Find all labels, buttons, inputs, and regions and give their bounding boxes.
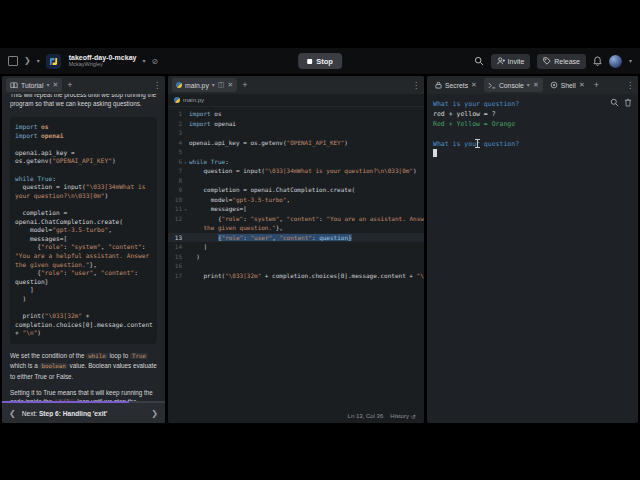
fold-gutter xyxy=(182,261,189,271)
tutorial-code-line: model="gpt-3.5-turbo", xyxy=(15,226,152,235)
editor-pane: main.py ▾ ◫ ✕ + ⋮ main.py 1import os2imp… xyxy=(168,76,424,423)
next-prefix: Next: xyxy=(22,410,39,417)
search-icon[interactable] xyxy=(610,98,619,107)
tab-tutorial-label: Tutorial xyxy=(21,82,43,89)
close-icon[interactable]: ✕ xyxy=(579,81,585,89)
visibility-icon[interactable]: ⊘ xyxy=(151,57,158,66)
editor-code-line: 12 {"role": "system", "content": "You ar… xyxy=(168,214,424,224)
tutorial-content[interactable]: This will repeat the process until we st… xyxy=(2,94,165,401)
tutorial-intro-clip: This will repeat the process until we st… xyxy=(10,94,157,111)
fold-gutter xyxy=(182,214,189,224)
prev-step-button[interactable]: ❮ xyxy=(9,409,16,418)
tutorial-step-nav: ❮ Next: Step 6: Handling 'exit' ❯ xyxy=(2,403,165,423)
release-button[interactable]: Release xyxy=(537,54,586,69)
lock-icon xyxy=(435,81,442,89)
tutorial-code-line xyxy=(15,140,152,149)
repl-avatar[interactable] xyxy=(46,54,61,69)
console-line xyxy=(433,129,632,139)
bell-icon[interactable] xyxy=(593,56,602,66)
editor-code-line: 7 question = input("\033[34mWhat is your… xyxy=(168,166,424,176)
fold-icon[interactable]: ⌄ xyxy=(182,157,189,167)
split-icon[interactable]: ◫ xyxy=(218,81,225,89)
trash-icon[interactable] xyxy=(624,98,632,107)
fold-gutter xyxy=(182,242,189,252)
tutorial-code-line: question} xyxy=(15,278,152,287)
tutorial-code-line xyxy=(15,166,152,175)
next-step-button[interactable]: ❯ xyxy=(151,409,158,418)
editor-code-line: 5 xyxy=(168,147,424,157)
tutorial-code-line: question = input("\033[34mWhat is xyxy=(15,183,152,192)
inline-code-chip: while xyxy=(54,399,75,401)
tab-main-py[interactable]: main.py ▾ ◫ ✕ xyxy=(172,78,237,92)
tutorial-code-line xyxy=(15,303,152,312)
tutorial-code-line: ) xyxy=(15,295,152,304)
tutorial-code-line: import os xyxy=(15,123,152,132)
fold-gutter xyxy=(182,185,189,195)
tab-shell[interactable]: Shell ✕ xyxy=(546,78,589,92)
fold-gutter xyxy=(182,128,189,138)
chevron-down-icon[interactable]: ▾ xyxy=(212,82,215,88)
chevron-down-icon[interactable]: ▾ xyxy=(527,82,530,88)
chevron-down-icon[interactable]: ▾ xyxy=(629,58,632,64)
editor-code-line: 2import openai xyxy=(168,119,424,129)
invite-person-icon xyxy=(497,57,505,65)
editor-code-line: 13 {"role": "user", "content": question} xyxy=(168,233,424,243)
tutorial-code-line: import openai xyxy=(15,132,152,141)
window-icon[interactable] xyxy=(8,56,18,66)
tutorial-code-line: while True: xyxy=(15,175,152,184)
tab-console[interactable]: Console ▾ ✕ xyxy=(484,78,543,92)
console-line: What is your question? xyxy=(433,139,632,149)
tutorial-pane: Tutorial ▾ ✕ + ⋮ This will repeat the pr… xyxy=(2,76,165,423)
console-line: What is your question? xyxy=(433,99,632,109)
repl-title[interactable]: takeoff-day-0-mckay MckayWrigley xyxy=(69,54,137,68)
tutorial-paragraph-2: Setting it to True means that it will ke… xyxy=(10,388,157,401)
tutorial-code-line: completion.choices[0].message.content xyxy=(15,321,152,330)
python-icon xyxy=(176,82,182,88)
stop-button[interactable]: Stop xyxy=(298,53,342,69)
close-icon[interactable]: ✕ xyxy=(52,81,58,89)
editor-tabbar: main.py ▾ ◫ ✕ + ⋮ xyxy=(168,76,424,94)
console-line xyxy=(433,149,632,159)
text-cursor xyxy=(475,139,480,148)
chevron-down-icon[interactable]: ▾ xyxy=(142,58,145,64)
console-pane: Secrets ✕ Console ▾ ✕ xyxy=(427,76,638,423)
plus-icon[interactable]: + xyxy=(242,80,247,90)
stop-icon xyxy=(307,59,312,64)
tutorial-code-line: messages=[ xyxy=(15,235,152,244)
editor-breadcrumb[interactable]: main.py xyxy=(168,94,424,107)
editor-code-line: 3 xyxy=(168,128,424,138)
tab-console-label: Console xyxy=(499,82,524,89)
search-icon[interactable] xyxy=(474,56,484,66)
next-title: Step 6: Handling 'exit' xyxy=(39,410,107,417)
history-button[interactable]: History ↺ xyxy=(390,413,416,420)
console-output[interactable]: What is your question?red + yellow = ?Re… xyxy=(427,94,638,423)
tutorial-code-line: openai.ChatCompletion.create( xyxy=(15,218,152,227)
next-step-label[interactable]: Next: Step 6: Handling 'exit' xyxy=(22,410,146,417)
inline-code-chip: boolean xyxy=(39,363,67,369)
kebab-menu-icon[interactable]: ⋮ xyxy=(153,81,161,90)
close-icon[interactable]: ✕ xyxy=(227,81,233,89)
close-icon[interactable]: ✕ xyxy=(533,81,539,89)
user-avatar[interactable] xyxy=(609,55,622,68)
fold-gutter xyxy=(182,252,189,262)
code-editor[interactable]: 1import os2import openai34openai.api_key… xyxy=(168,107,424,409)
fold-icon[interactable]: ⌄ xyxy=(182,204,189,214)
tutorial-code-line: your question?\n\033[0m") xyxy=(15,192,152,201)
chevron-down-icon[interactable]: ▾ xyxy=(46,82,49,88)
tab-tutorial[interactable]: Tutorial ▾ ✕ xyxy=(6,78,62,92)
shell-icon xyxy=(550,81,558,89)
tutorial-code-block: import osimport openaiopenai.api_key =os… xyxy=(10,117,157,344)
invite-button[interactable]: Invite xyxy=(491,54,531,69)
replit-menu-icon[interactable]: ❯ xyxy=(24,57,31,65)
kebab-menu-icon[interactable]: ⋮ xyxy=(626,81,634,90)
editor-code-line: 4openai.api_key = os.getenv("OPENAI_API_… xyxy=(168,138,424,148)
tutorial-tabbar: Tutorial ▾ ✕ + ⋮ xyxy=(2,76,165,94)
plus-icon[interactable]: + xyxy=(594,80,599,90)
tab-secrets[interactable]: Secrets ✕ xyxy=(431,78,481,92)
tab-shell-label: Shell xyxy=(561,82,576,89)
editor-status-bar: Ln 13, Col 36 History ↺ xyxy=(168,409,424,423)
cursor-position[interactable]: Ln 13, Col 36 xyxy=(348,413,384,419)
kebab-menu-icon[interactable]: ⋮ xyxy=(412,81,420,90)
plus-icon[interactable]: + xyxy=(67,80,72,90)
close-icon[interactable]: ✕ xyxy=(471,81,477,89)
